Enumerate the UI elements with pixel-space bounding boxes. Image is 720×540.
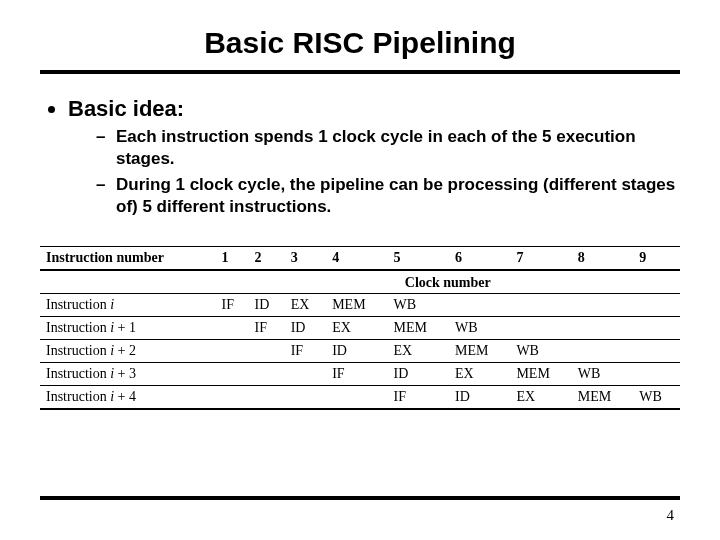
sub-bullet-list: Each instruction spends 1 clock cycle in… (68, 126, 680, 218)
table-cell (215, 363, 248, 386)
table-cell (285, 363, 326, 386)
table-header-row: Instruction number 1 2 3 4 5 6 7 8 9 (40, 247, 680, 271)
footer-rule (40, 496, 680, 500)
instruction-label: Instruction i + 2 (40, 340, 215, 363)
pipeline-table-wrap: Clock number Instruction iIFIDEXMEMWBIns… (40, 246, 680, 410)
table-cell (249, 340, 285, 363)
table-cell: IF (285, 340, 326, 363)
table-cell: ID (449, 386, 510, 410)
bullet-main: Basic idea: Each instruction spends 1 cl… (68, 96, 680, 218)
table-cell (510, 317, 571, 340)
table-col-header: 5 (388, 247, 449, 271)
table-cell (510, 294, 571, 317)
page-number: 4 (667, 507, 675, 524)
table-col-header: 4 (326, 247, 387, 271)
table-cell: ID (326, 340, 387, 363)
table-superheader-row: Clock number (40, 270, 680, 294)
table-cell: EX (449, 363, 510, 386)
bullet-main-text: Basic idea: (68, 96, 184, 121)
table-cell: EX (326, 317, 387, 340)
table-col-header: 7 (510, 247, 571, 271)
table-cell: MEM (326, 294, 387, 317)
table-cell: ID (285, 317, 326, 340)
table-cell (215, 317, 248, 340)
title-rule (40, 70, 680, 74)
table-cell (572, 340, 633, 363)
table-col-header: 8 (572, 247, 633, 271)
table-row: Instruction i + 4IFIDEXMEMWB (40, 386, 680, 410)
table-cell: IF (326, 363, 387, 386)
table-row: Instruction i + 1IFIDEXMEMWB (40, 317, 680, 340)
table-cell: EX (388, 340, 449, 363)
instruction-label: Instruction i + 4 (40, 386, 215, 410)
table-cell (249, 386, 285, 410)
table-cell: MEM (510, 363, 571, 386)
table-cell: EX (510, 386, 571, 410)
table-cell: IF (215, 294, 248, 317)
table-col-header: 3 (285, 247, 326, 271)
instruction-label: Instruction i + 3 (40, 363, 215, 386)
table-cell: MEM (388, 317, 449, 340)
table-cell (215, 386, 248, 410)
table-cell: MEM (449, 340, 510, 363)
pipeline-table: Clock number Instruction iIFIDEXMEMWBIns… (40, 246, 680, 410)
table-cell: WB (633, 386, 680, 410)
table-col-header: 6 (449, 247, 510, 271)
table-superheader: Clock number (215, 270, 680, 294)
sub-bullet: Each instruction spends 1 clock cycle in… (96, 126, 680, 170)
table-cell: WB (449, 317, 510, 340)
table-cell: EX (285, 294, 326, 317)
table-cell: ID (249, 294, 285, 317)
table-col-header: 9 (633, 247, 680, 271)
table-cell (633, 340, 680, 363)
table-cell (633, 294, 680, 317)
table-row: Instruction i + 2IFIDEXMEMWB (40, 340, 680, 363)
instruction-label: Instruction i + 1 (40, 317, 215, 340)
bullet-list: Basic idea: Each instruction spends 1 cl… (46, 96, 680, 218)
table-cell: IF (388, 386, 449, 410)
table-cell: MEM (572, 386, 633, 410)
table-cell (285, 386, 326, 410)
table-cell: WB (510, 340, 571, 363)
instruction-label: Instruction i (40, 294, 215, 317)
table-cell: IF (249, 317, 285, 340)
table-row: Instruction iIFIDEXMEMWB (40, 294, 680, 317)
table-cell (633, 363, 680, 386)
table-cell (449, 294, 510, 317)
slide: Basic RISC Pipelining Basic idea: Each i… (0, 0, 720, 540)
table-row: Instruction i + 3IFIDEXMEMWB (40, 363, 680, 386)
table-cell (572, 317, 633, 340)
table-col-header: 2 (249, 247, 285, 271)
table-cell: WB (388, 294, 449, 317)
table-cell (572, 294, 633, 317)
table-col-header-label: Instruction number (40, 247, 215, 271)
table-superheader-blank (40, 270, 215, 294)
table-cell (326, 386, 387, 410)
sub-bullet: During 1 clock cycle, the pipeline can b… (96, 174, 680, 218)
table-cell (249, 363, 285, 386)
slide-title: Basic RISC Pipelining (40, 26, 680, 60)
table-cell (215, 340, 248, 363)
table-cell: WB (572, 363, 633, 386)
table-col-header: 1 (215, 247, 248, 271)
table-cell (633, 317, 680, 340)
table-cell: ID (388, 363, 449, 386)
